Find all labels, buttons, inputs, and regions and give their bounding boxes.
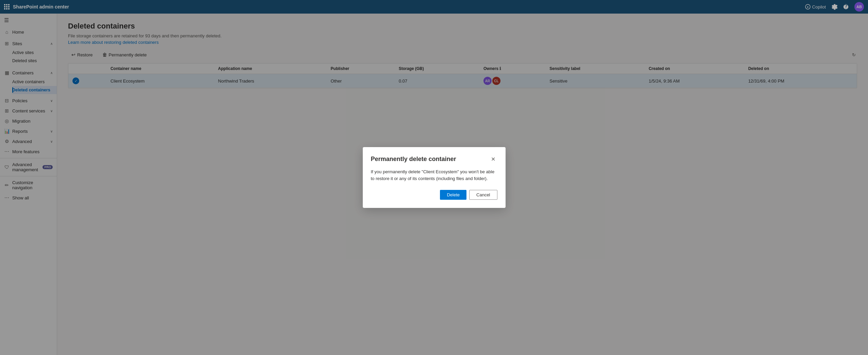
dialog-close-button[interactable]: ✕ [489, 155, 497, 163]
dialog-cancel-button[interactable]: Cancel [469, 190, 497, 200]
dialog-body: If you permanently delete "Client Ecosys… [371, 168, 497, 182]
dialog-overlay[interactable]: Permanently delete container ✕ If you pe… [0, 0, 868, 355]
permanently-delete-dialog: Permanently delete container ✕ If you pe… [363, 147, 506, 208]
dialog-delete-button[interactable]: Delete [440, 190, 466, 200]
dialog-title: Permanently delete container [371, 156, 456, 163]
dialog-footer: Delete Cancel [371, 190, 497, 200]
dialog-header: Permanently delete container ✕ [371, 155, 497, 163]
